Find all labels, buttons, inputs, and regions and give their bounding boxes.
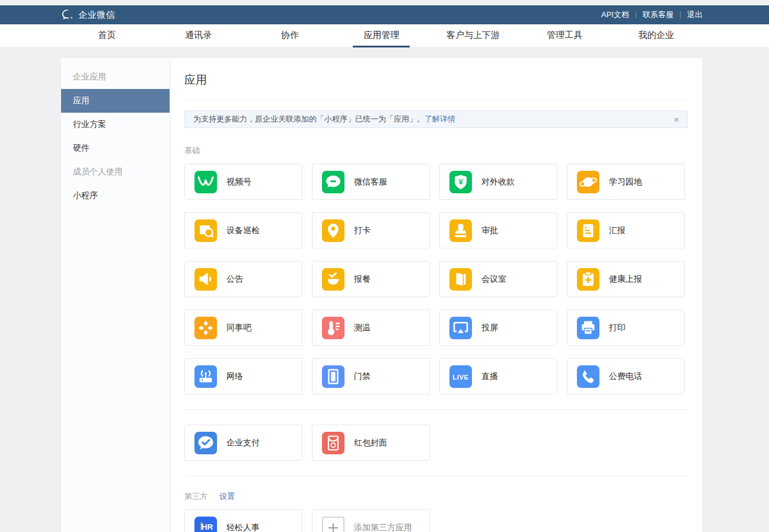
nav-tab-label: 管理工具 — [536, 24, 593, 47]
primary-nav: 首页通讯录协作应用管理客户与上下游管理工具我的企业 — [0, 24, 769, 48]
app-card[interactable]: 审批 — [439, 212, 557, 249]
app-card[interactable]: 公费电话 — [567, 358, 685, 394]
app-card[interactable]: 视频号 — [184, 164, 302, 200]
notice-detail-link[interactable]: 了解详情 — [425, 114, 455, 125]
app-card[interactable]: 设备巡检 — [184, 212, 302, 249]
notice-text: 为支持更多能力，原企业关联添加的「小程序」已统一为「应用」。 — [193, 114, 425, 125]
topbar-links: API文档联系客服退出 — [601, 9, 703, 20]
sidebar-item[interactable]: 小程序 — [61, 184, 170, 208]
app-card[interactable]: 微信客服 — [312, 164, 430, 200]
nav-tab-label: 我的企业 — [628, 24, 685, 47]
third-party-header: 第三方 设置 — [184, 491, 688, 502]
svg-text:LIVE: LIVE — [452, 373, 469, 380]
sidebar-item[interactable]: 硬件 — [61, 136, 170, 160]
colleagues-icon — [194, 317, 217, 339]
nav-tab[interactable]: 通讯录 — [152, 24, 244, 47]
app-card[interactable]: 打卡 — [312, 212, 430, 249]
app-card[interactable]: HR轻松人事 — [184, 509, 302, 532]
sidebar-item[interactable]: 行业方案 — [61, 113, 170, 136]
app-label: 网络 — [226, 371, 243, 382]
wechat-work-logo-icon — [61, 8, 74, 21]
report-doc-icon — [577, 219, 599, 242]
sidebar: 企业应用应用行业方案硬件成员个人使用小程序 — [61, 58, 170, 532]
app-label: 学习园地 — [609, 177, 642, 187]
nav-tab[interactable]: 应用管理 — [336, 24, 427, 47]
app-card[interactable]: 网络 — [184, 358, 302, 394]
close-icon[interactable]: × — [674, 115, 679, 124]
nav-tab[interactable]: 管理工具 — [519, 24, 610, 47]
wxpay-icon — [194, 432, 217, 454]
sidebar-item[interactable]: 应用 — [61, 89, 170, 113]
app-card[interactable]: 公告 — [184, 261, 302, 297]
app-label: 设备巡检 — [226, 225, 260, 236]
app-card[interactable]: 会议室 — [439, 261, 557, 297]
nav-tab[interactable]: 首页 — [61, 24, 152, 47]
topbar: 企业微信 API文档联系客服退出 — [0, 5, 769, 24]
app-label: 公告 — [226, 274, 243, 285]
nav-tab-label: 通讯录 — [174, 24, 222, 47]
app-card[interactable]: 同事吧 — [184, 310, 302, 346]
nav-tab-label: 客户与上下游 — [436, 24, 510, 47]
app-card[interactable]: LIVE直播 — [439, 358, 557, 394]
add-third-party-app-card[interactable]: 添加第三方应用 — [312, 509, 430, 532]
third-party-app-grid: HR轻松人事添加第三方应用 — [184, 509, 688, 532]
app-label: 视频号 — [226, 177, 251, 187]
third-party-settings-link[interactable]: 设置 — [219, 491, 235, 502]
megaphone-icon — [194, 268, 217, 291]
app-label: 会议室 — [481, 274, 506, 285]
app-label: 门禁 — [354, 371, 371, 382]
app-label: 公费电话 — [609, 371, 642, 382]
nav-tab-label: 首页 — [87, 24, 126, 47]
nav-tab-label: 应用管理 — [353, 24, 410, 47]
app-label: 测温 — [354, 323, 371, 333]
app-card[interactable]: 红包封面 — [312, 425, 430, 461]
app-label: 汇报 — [609, 225, 626, 236]
shield-yuan-icon: ¥ — [449, 171, 472, 193]
content: 应用 为支持更多能力，原企业关联添加的「小程序」已统一为「应用」。 了解详情 ×… — [170, 58, 702, 532]
printer-icon — [577, 317, 599, 339]
base-app-grid: 视频号微信客服¥对外收款学习园地设备巡检打卡审批汇报公告报餐会议室健康上报同事吧… — [184, 164, 688, 394]
svg-text:¥: ¥ — [458, 177, 463, 186]
app-card[interactable]: 健康上报 — [567, 261, 685, 297]
nav-tab[interactable]: 我的企业 — [611, 24, 702, 47]
meal-bowl-icon — [322, 268, 344, 291]
app-card[interactable]: 企业支付 — [184, 425, 302, 461]
app-card[interactable]: 汇报 — [567, 212, 685, 249]
topbar-link[interactable]: 退出 — [687, 9, 703, 20]
topbar-link-separator — [636, 11, 636, 18]
app-card[interactable]: 门禁 — [312, 358, 430, 394]
app-card[interactable]: 打印 — [567, 310, 685, 346]
topbar-link[interactable]: 联系客服 — [643, 9, 674, 20]
nav-tab-label: 协作 — [270, 24, 309, 47]
app-card[interactable]: 投屏 — [439, 310, 557, 346]
pay-app-grid: 企业支付红包封面 — [184, 425, 688, 461]
section-divider-2 — [184, 476, 688, 476]
nav-tab[interactable]: 客户与上下游 — [427, 24, 519, 47]
add-third-party-app-label: 添加第三方应用 — [354, 523, 412, 532]
app-label: 微信客服 — [354, 177, 387, 187]
nav-tab[interactable]: 协作 — [244, 24, 336, 47]
cast-icon — [449, 317, 472, 339]
app-card[interactable]: 测温 — [312, 310, 430, 346]
title-divider — [184, 100, 688, 100]
app-card[interactable]: ¥对外收款 — [439, 164, 557, 200]
topbar-link[interactable]: API文档 — [601, 9, 629, 20]
app-card[interactable]: 报餐 — [312, 261, 430, 297]
app-label: 打印 — [609, 323, 626, 333]
sidebar-group-header: 企业应用 — [61, 65, 170, 89]
section-label-base: 基础 — [184, 145, 688, 156]
network-icon — [194, 365, 217, 388]
meeting-door-icon — [449, 268, 472, 291]
app-label: 红包封面 — [354, 438, 387, 448]
topbar-link-separator — [680, 11, 681, 18]
sidebar-group-header: 成员个人使用 — [61, 160, 170, 184]
app-label: 健康上报 — [609, 274, 642, 285]
app-label: 直播 — [481, 371, 498, 382]
nav-tabs: 首页通讯录协作应用管理客户与上下游管理工具我的企业 — [61, 24, 702, 47]
planet-icon — [577, 171, 599, 193]
app-card[interactable]: 学习园地 — [567, 164, 685, 200]
notice-banner: 为支持更多能力，原企业关联添加的「小程序」已统一为「应用」。 了解详情 × — [184, 110, 688, 128]
channels-icon — [194, 171, 217, 193]
red-packet-icon — [322, 432, 344, 454]
hr-icon: HR — [194, 517, 217, 532]
